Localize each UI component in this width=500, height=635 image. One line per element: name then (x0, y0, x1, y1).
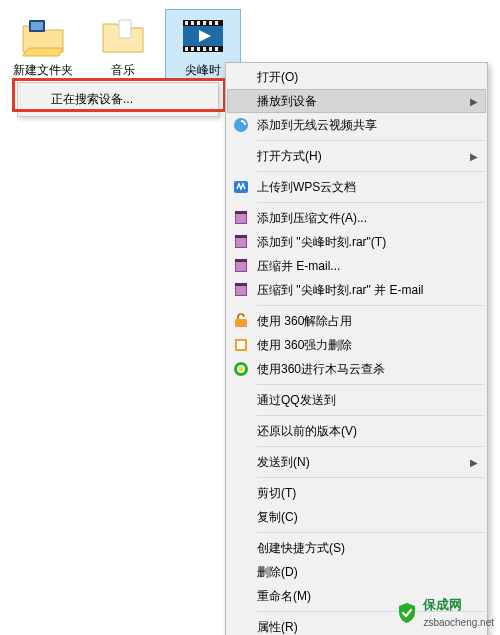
menu-360-force-delete[interactable]: 使用 360强力删除 (227, 333, 486, 357)
menu-label: 删除(D) (257, 564, 478, 581)
menu-label: 添加到压缩文件(A)... (257, 210, 478, 227)
svg-rect-8 (197, 21, 200, 25)
svg-rect-1 (31, 22, 43, 30)
svg-rect-20 (234, 181, 248, 193)
menu-label: 使用360进行木马云查杀 (257, 361, 478, 378)
folder-icon (99, 12, 147, 60)
menu-cut[interactable]: 剪切(T) (227, 481, 486, 505)
svg-rect-22 (236, 214, 246, 223)
menu-separator (257, 140, 484, 141)
svg-rect-15 (203, 47, 206, 51)
open-folder-icon (19, 12, 67, 60)
menu-send-to[interactable]: 发送到(N) ▶ (227, 450, 486, 474)
svg-rect-35 (237, 341, 245, 349)
menu-separator (257, 446, 484, 447)
scan-360-icon (231, 359, 251, 379)
unlock-360-icon (231, 311, 251, 331)
svg-rect-6 (185, 21, 188, 25)
menu-label: 发送到(N) (257, 454, 470, 471)
menu-separator (257, 532, 484, 533)
menu-compress-rar-email[interactable]: 压缩到 "尖峰时刻.rar" 并 E-mail (227, 278, 486, 302)
context-menu: 打开(O) 播放到设备 ▶ 添加到无线云视频共享 打开方式(H) ▶ 上传到WP… (225, 62, 488, 635)
video-file-icon (179, 12, 227, 60)
menu-open[interactable]: 打开(O) (227, 65, 486, 89)
svg-rect-33 (235, 319, 247, 327)
menu-add-to-archive[interactable]: 添加到压缩文件(A)... (227, 206, 486, 230)
menu-label: 剪切(T) (257, 485, 478, 502)
menu-label: 通过QQ发送到 (257, 392, 478, 409)
menu-separator (257, 305, 484, 306)
menu-cast-to-device[interactable]: 播放到设备 ▶ (227, 89, 486, 113)
svg-point-38 (239, 367, 243, 371)
cast-submenu: 正在搜索设备... (17, 82, 219, 117)
rar-icon (231, 280, 251, 300)
menu-label: 还原以前的版本(V) (257, 423, 478, 440)
svg-rect-11 (215, 21, 218, 25)
submenu-arrow-icon: ▶ (470, 96, 478, 107)
svg-rect-7 (191, 21, 194, 25)
svg-rect-12 (185, 47, 188, 51)
menu-separator (257, 477, 484, 478)
submenu-arrow-icon: ▶ (470, 457, 478, 468)
svg-rect-29 (235, 259, 247, 262)
menu-label: 使用 360解除占用 (257, 313, 478, 330)
svg-rect-25 (236, 238, 246, 247)
svg-rect-32 (235, 283, 247, 286)
menu-360-trojan-scan[interactable]: 使用360进行木马云查杀 (227, 357, 486, 381)
svg-rect-17 (215, 47, 218, 51)
menu-label: 复制(C) (257, 509, 478, 526)
searching-devices-item: 正在搜索设备... (20, 85, 216, 114)
watermark: 保成网 zsbaocheng.net (397, 596, 494, 629)
wireless-icon (231, 115, 251, 135)
menu-add-to-rar[interactable]: 添加到 "尖峰时刻.rar"(T) (227, 230, 486, 254)
svg-rect-9 (203, 21, 206, 25)
svg-rect-31 (236, 286, 246, 295)
svg-rect-26 (235, 235, 247, 238)
watermark-title: 保成网 (423, 597, 462, 612)
icon-label: 新建文件夹 (6, 62, 80, 79)
icon-label: 音乐 (86, 62, 160, 79)
menu-label: 上传到WPS云文档 (257, 179, 478, 196)
svg-rect-28 (236, 262, 246, 271)
menu-qq-send[interactable]: 通过QQ发送到 (227, 388, 486, 412)
svg-rect-16 (209, 47, 212, 51)
menu-label: 创建快捷方式(S) (257, 540, 478, 557)
menu-label: 打开方式(H) (257, 148, 470, 165)
menu-delete[interactable]: 删除(D) (227, 560, 486, 584)
submenu-arrow-icon: ▶ (470, 151, 478, 162)
rar-icon (231, 232, 251, 252)
watermark-url: zsbaocheng.net (423, 617, 494, 628)
menu-label: 播放到设备 (257, 93, 470, 110)
menu-label: 使用 360强力删除 (257, 337, 478, 354)
menu-label: 打开(O) (257, 69, 478, 86)
rar-icon (231, 208, 251, 228)
delete-360-icon (231, 335, 251, 355)
folder-new[interactable]: 新建文件夹 (6, 10, 80, 79)
svg-rect-10 (209, 21, 212, 25)
wps-icon (231, 177, 251, 197)
menu-label: 添加到无线云视频共享 (257, 117, 478, 134)
menu-restore-previous[interactable]: 还原以前的版本(V) (227, 419, 486, 443)
menu-compress-email[interactable]: 压缩并 E-mail... (227, 254, 486, 278)
menu-360-unlock[interactable]: 使用 360解除占用 (227, 309, 486, 333)
svg-rect-2 (119, 20, 131, 38)
svg-rect-14 (197, 47, 200, 51)
menu-label: 压缩并 E-mail... (257, 258, 478, 275)
menu-separator (257, 415, 484, 416)
menu-open-with[interactable]: 打开方式(H) ▶ (227, 144, 486, 168)
svg-rect-13 (191, 47, 194, 51)
menu-separator (257, 171, 484, 172)
menu-separator (257, 202, 484, 203)
menu-label: 压缩到 "尖峰时刻.rar" 并 E-mail (257, 282, 478, 299)
folder-music[interactable]: 音乐 (86, 10, 160, 79)
menu-label: 添加到 "尖峰时刻.rar"(T) (257, 234, 478, 251)
rar-icon (231, 256, 251, 276)
shield-icon (397, 602, 417, 624)
searching-label: 正在搜索设备... (51, 92, 133, 106)
svg-rect-23 (235, 211, 247, 214)
menu-copy[interactable]: 复制(C) (227, 505, 486, 529)
menu-create-shortcut[interactable]: 创建快捷方式(S) (227, 536, 486, 560)
menu-upload-wps[interactable]: 上传到WPS云文档 (227, 175, 486, 199)
menu-separator (257, 384, 484, 385)
menu-add-wireless-share[interactable]: 添加到无线云视频共享 (227, 113, 486, 137)
